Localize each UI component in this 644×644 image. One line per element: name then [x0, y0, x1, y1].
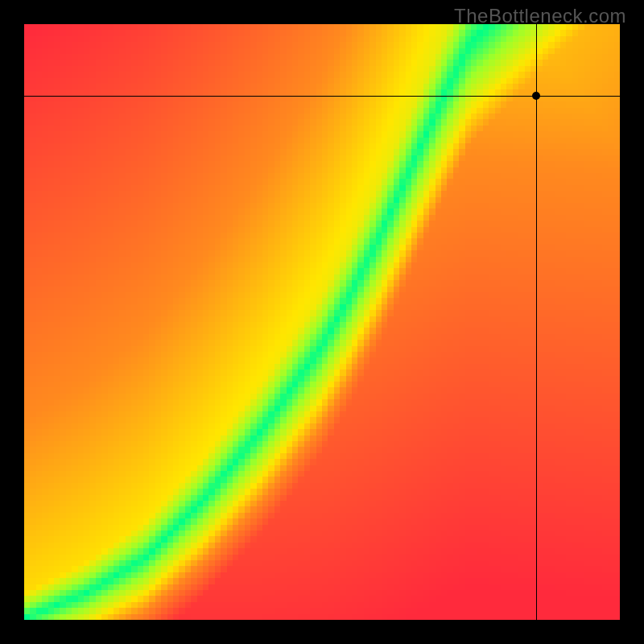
heatmap-plot: [24, 24, 620, 620]
heatmap-canvas: [24, 24, 620, 620]
watermark-text: TheBottleneck.com: [454, 5, 626, 27]
chart-frame: TheBottleneck.com: [0, 0, 644, 644]
crosshair-horizontal: [24, 96, 620, 97]
crosshair-vertical: [536, 24, 537, 620]
selection-marker: [532, 92, 540, 100]
